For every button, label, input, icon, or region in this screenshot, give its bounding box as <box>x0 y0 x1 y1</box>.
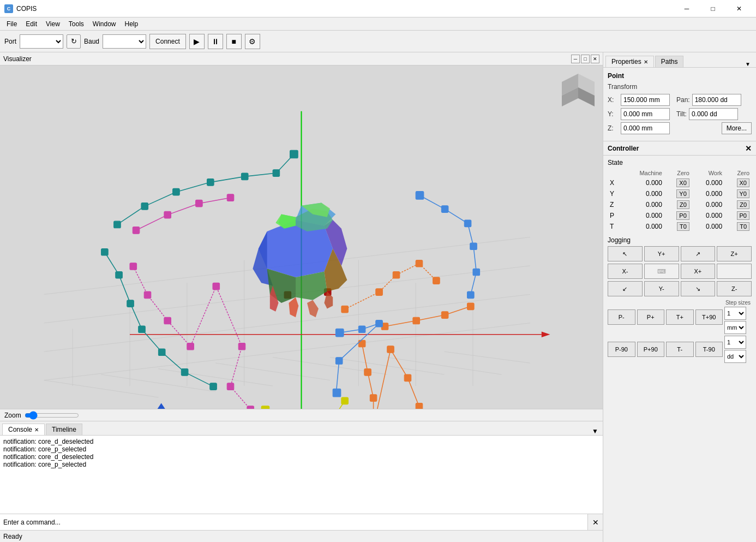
console-input-close[interactable]: ✕ <box>587 514 603 530</box>
status-bar: Ready <box>0 530 603 542</box>
status-text: Ready <box>3 533 22 540</box>
jog-zminus-btn[interactable]: Z- <box>717 281 752 296</box>
menu-file[interactable]: File <box>2 17 21 30</box>
work-x: 0.000 <box>692 177 724 188</box>
close-button[interactable]: ✕ <box>727 0 752 17</box>
connect-button[interactable]: Connect <box>149 34 186 49</box>
jog-yminus-btn[interactable]: Y- <box>644 281 679 296</box>
console-input[interactable] <box>0 514 587 530</box>
visualizer-restore[interactable]: □ <box>581 55 590 63</box>
mzero-t[interactable]: T0 <box>677 222 689 231</box>
port-label: Port <box>4 38 16 45</box>
unit-select-mm[interactable]: mm <box>724 321 746 334</box>
controller-close[interactable]: ✕ <box>745 144 752 153</box>
settings-button[interactable]: ⚙ <box>245 34 260 49</box>
jog-kbd-btn[interactable]: ⌨ <box>644 264 679 279</box>
svg-rect-63 <box>393 271 400 278</box>
work-y: 0.000 <box>692 188 724 199</box>
axis-x: X <box>608 177 621 188</box>
wzero-t[interactable]: T0 <box>737 222 749 231</box>
col-mzero: Zero <box>664 169 692 177</box>
jog-se-btn[interactable]: ↘ <box>681 281 716 296</box>
jog-pminus-btn[interactable]: P- <box>608 309 635 325</box>
tab-console[interactable]: Console ✕ <box>2 424 45 435</box>
jog-t90minus-btn[interactable]: T-90 <box>695 342 723 357</box>
step-select-2[interactable]: 1 <box>724 336 746 349</box>
console-body[interactable]: notification: core_d_deselected notifica… <box>0 436 603 514</box>
state-section-title: State <box>608 159 752 166</box>
port-select[interactable] <box>20 34 63 49</box>
zoom-slider[interactable] <box>25 411 79 420</box>
more-button[interactable]: More... <box>722 122 752 134</box>
mzero-z[interactable]: Z0 <box>677 200 689 209</box>
console-message-2: notification: core_d_deselected <box>3 453 599 461</box>
jog-grid-1: ↖ Y+ ↗ Z+ <box>608 246 752 261</box>
jog-xplus-btn[interactable]: X+ <box>681 264 716 279</box>
jog-tplus-btn[interactable]: T+ <box>666 309 694 325</box>
wzero-x[interactable]: X0 <box>737 178 749 187</box>
jog-ne-btn[interactable]: ↗ <box>681 246 716 261</box>
jog-tminus-btn[interactable]: T- <box>666 342 694 357</box>
jog-p90minus-btn[interactable]: P-90 <box>608 342 635 357</box>
step-select-1[interactable]: 1 <box>724 307 746 320</box>
stop-button[interactable]: ■ <box>226 34 242 49</box>
mzero-y[interactable]: Y0 <box>676 189 689 198</box>
tab-properties-close[interactable]: ✕ <box>644 59 648 65</box>
maximize-button[interactable]: □ <box>700 0 725 17</box>
jog-pplus-btn[interactable]: P+ <box>637 309 665 325</box>
unit-select-dd[interactable]: dd <box>724 350 746 363</box>
properties-dropdown[interactable]: ▼ <box>742 61 754 67</box>
console-dropdown-icon: ▼ <box>592 427 598 435</box>
play-button[interactable]: ▶ <box>189 34 205 49</box>
svg-marker-22 <box>542 331 550 337</box>
baud-select[interactable] <box>103 34 146 49</box>
tab-console-close[interactable]: ✕ <box>34 427 39 433</box>
wzero-z[interactable]: Z0 <box>737 200 749 209</box>
prop-pan-input[interactable] <box>692 94 741 106</box>
tab-paths[interactable]: Paths <box>655 56 684 67</box>
menu-edit[interactable]: Edit <box>21 17 41 30</box>
jog-p90plus-btn[interactable]: P+90 <box>637 342 665 357</box>
prop-y-input[interactable] <box>621 108 670 120</box>
pause-button[interactable]: ⏸ <box>208 34 223 49</box>
prop-row-z: Z: More... <box>608 122 752 134</box>
visualizer-close[interactable]: ✕ <box>591 55 599 63</box>
state-row-p: P 0.000 P0 0.000 P0 <box>608 210 752 221</box>
viz-canvas[interactable] <box>0 65 603 409</box>
jog-xminus-btn[interactable]: X- <box>608 264 643 279</box>
menu-tools[interactable]: Tools <box>64 17 88 30</box>
axis-y: Y <box>608 188 621 199</box>
machine-p: 0.000 <box>621 210 664 221</box>
jog-yplus-btn[interactable]: Y+ <box>644 246 679 261</box>
mzero-p[interactable]: P0 <box>676 211 689 220</box>
minimize-button[interactable]: ─ <box>674 0 699 17</box>
jog-nw-btn[interactable]: ↖ <box>608 246 643 261</box>
axis-t: T <box>608 221 621 232</box>
tab-timeline[interactable]: Timeline <box>46 424 82 435</box>
prop-z-input[interactable] <box>621 122 670 134</box>
jog-zplus-btn[interactable]: Z+ <box>717 246 752 261</box>
mzero-x[interactable]: X0 <box>676 178 689 187</box>
prop-tilt-input[interactable] <box>689 108 738 120</box>
wzero-y[interactable]: Y0 <box>737 189 749 198</box>
jog-t90-btn[interactable]: T+90 <box>695 309 723 325</box>
menu-help[interactable]: Help <box>121 17 143 30</box>
svg-line-12 <box>44 380 159 397</box>
wzero-p[interactable]: P0 <box>737 211 749 220</box>
machine-y: 0.000 <box>621 188 664 199</box>
tab-properties[interactable]: Properties ✕ <box>605 56 654 67</box>
controller-body: State Machine Zero Work Zero <box>603 156 756 542</box>
prop-x-input[interactable] <box>621 94 670 106</box>
zoom-bar: Zoom <box>0 409 603 421</box>
menu-window[interactable]: Window <box>88 17 121 30</box>
prop-pan-label: Pan: <box>676 96 690 104</box>
refresh-button[interactable]: ↻ <box>67 34 81 49</box>
jog-sw-btn[interactable]: ↙ <box>608 281 643 296</box>
visualizer-minimize[interactable]: ─ <box>571 55 580 63</box>
menu-view[interactable]: View <box>41 17 64 30</box>
baud-label: Baud <box>84 38 99 45</box>
console-dropdown[interactable]: ▼ <box>592 427 601 435</box>
machine-t: 0.000 <box>621 221 664 232</box>
machine-z: 0.000 <box>621 199 664 210</box>
properties-body: Point Transform X: Pan: Y: Tilt: Z: <box>603 68 756 141</box>
